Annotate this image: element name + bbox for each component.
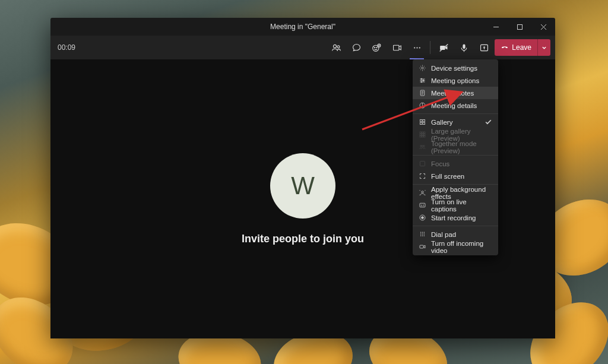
titlebar: Meeting in "General" (50, 18, 555, 36)
avatar-initial: W (291, 172, 315, 200)
meeting-timer: 00:09 (58, 43, 75, 52)
svg-rect-46 (422, 136, 423, 137)
menu-meeting-notes[interactable]: Meeting notes (413, 87, 498, 99)
svg-point-14 (416, 47, 417, 48)
menu-large-gallery: Large gallery (Preview) (413, 128, 498, 141)
menu-label: Meeting notes (431, 90, 474, 97)
svg-point-65 (424, 233, 425, 235)
menu-label: Focus (431, 160, 449, 167)
svg-point-15 (419, 47, 420, 48)
svg-point-21 (422, 67, 423, 69)
svg-rect-35 (420, 119, 422, 121)
avatar: W (270, 153, 335, 219)
share-button[interactable] (474, 38, 493, 57)
toolbar-separator (430, 41, 430, 54)
menu-turn-off-incoming[interactable]: Turn off incoming video (413, 240, 498, 253)
svg-point-26 (423, 80, 424, 81)
svg-rect-44 (424, 134, 425, 135)
menu-focus: Focus (413, 157, 498, 170)
svg-point-8 (376, 47, 377, 48)
svg-point-5 (337, 45, 340, 48)
minimize-button[interactable] (484, 18, 508, 36)
menu-start-recording[interactable]: Start recording (413, 211, 498, 224)
menu-meeting-options[interactable]: Meeting options (413, 74, 498, 87)
menu-label: Gallery (431, 119, 452, 126)
rooms-button[interactable] (387, 38, 406, 57)
camera-button[interactable] (434, 38, 453, 57)
svg-rect-40 (422, 132, 423, 133)
svg-rect-69 (420, 245, 423, 248)
svg-point-50 (422, 145, 423, 147)
menu-label: Device settings (431, 65, 477, 72)
svg-point-63 (420, 233, 422, 235)
svg-rect-41 (424, 132, 425, 133)
svg-point-13 (414, 47, 415, 48)
svg-rect-39 (420, 132, 421, 133)
check-icon (484, 118, 492, 126)
chat-button[interactable] (347, 38, 366, 57)
svg-point-68 (424, 235, 425, 236)
svg-point-59 (422, 217, 424, 219)
svg-rect-38 (423, 122, 425, 124)
menu-background-effects[interactable]: Apply background effects (413, 186, 498, 199)
menu-gallery[interactable]: Gallery (413, 116, 498, 128)
menu-label: Turn on live captions (431, 198, 492, 213)
menu-separator (413, 226, 498, 226)
menu-label: Together mode (Preview) (431, 140, 492, 154)
meeting-toolbar: 00:09 (50, 36, 555, 59)
svg-rect-45 (420, 136, 421, 137)
menu-live-captions[interactable]: Turn on live captions (413, 199, 498, 211)
more-actions-menu: Device settings Meeting options Meeting … (413, 59, 498, 255)
invite-text: Invite people to join you (242, 233, 364, 245)
svg-rect-51 (420, 161, 425, 166)
svg-point-34 (422, 103, 423, 104)
svg-point-25 (421, 78, 422, 80)
more-actions-button[interactable] (407, 38, 426, 57)
svg-point-60 (420, 232, 422, 233)
svg-rect-12 (393, 45, 398, 50)
window-title: Meeting in "General" (270, 23, 335, 31)
reactions-button[interactable] (367, 38, 386, 57)
menu-label: Dial pad (431, 231, 456, 238)
menu-separator (413, 184, 498, 185)
leave-caret[interactable] (537, 39, 550, 56)
leave-button[interactable]: Leave (495, 39, 550, 56)
svg-rect-1 (517, 24, 522, 29)
svg-point-62 (424, 232, 425, 233)
svg-point-66 (420, 235, 422, 236)
svg-rect-47 (424, 136, 425, 137)
menu-separator (413, 113, 498, 114)
menu-together-mode: Together mode (Preview) (413, 141, 498, 153)
maximize-button[interactable] (508, 18, 531, 36)
menu-label: Full screen (431, 173, 464, 180)
menu-meeting-details[interactable]: Meeting details (413, 99, 498, 112)
leave-label: Leave (512, 43, 531, 52)
close-button[interactable] (531, 18, 555, 36)
svg-point-67 (422, 235, 423, 236)
svg-point-64 (422, 233, 423, 235)
svg-point-52 (422, 191, 423, 193)
svg-rect-36 (423, 119, 425, 121)
meeting-window: Meeting in "General" 00:09 (50, 18, 555, 338)
svg-rect-43 (422, 134, 423, 135)
svg-rect-42 (420, 134, 421, 135)
menu-device-settings[interactable]: Device settings (413, 62, 498, 74)
menu-full-screen[interactable]: Full screen (413, 170, 498, 182)
menu-dial-pad[interactable]: Dial pad (413, 228, 498, 240)
window-controls (484, 18, 555, 36)
svg-rect-18 (463, 44, 465, 49)
menu-label: Meeting options (431, 77, 479, 84)
people-button[interactable] (327, 38, 346, 57)
svg-point-27 (421, 81, 422, 83)
menu-label: Meeting details (431, 102, 477, 109)
menu-separator (413, 155, 498, 156)
svg-point-4 (333, 45, 336, 48)
svg-rect-57 (420, 203, 425, 207)
menu-label: Turn off incoming video (431, 240, 492, 254)
svg-point-61 (422, 232, 423, 233)
svg-point-7 (374, 47, 375, 48)
menu-label: Start recording (431, 214, 476, 221)
svg-rect-37 (420, 122, 422, 124)
mic-button[interactable] (454, 38, 473, 57)
